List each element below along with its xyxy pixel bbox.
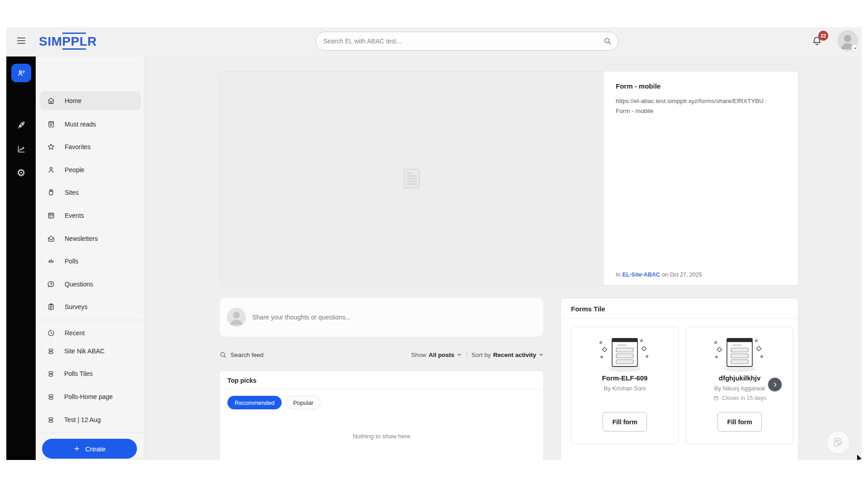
sidebar-divider [36,459,144,459]
sidebar-item-label: Surveys [65,303,88,310]
rail-analytics-icon[interactable] [6,141,36,157]
search-feed-button[interactable]: Search feed [219,351,264,359]
sort-value: Recent activity [493,352,536,358]
meta-prefix: In [616,272,620,278]
clock-icon [47,328,56,338]
carousel-next-button[interactable] [768,378,782,391]
sidebar-recent-test-12-aug[interactable]: Test | 12 Aug [40,410,141,429]
sidebar-item-sites[interactable]: Sites [40,183,141,202]
plus-icon [73,445,80,452]
sort-filter-dropdown[interactable]: Sort by Recent activity [472,352,544,358]
sidebar-item-home[interactable]: Home [40,91,141,110]
rail-rocket-icon[interactable] [6,117,36,133]
sidebar-item-label: Polls Tiles [64,370,93,377]
form-closes-text: Closes in 15 days [722,395,767,401]
feed-controls: Search feed Show All posts Sort by Recen… [219,349,544,361]
notification-count-badge: 22 [818,31,828,41]
form-name: dfghjukilkhjv [719,374,761,382]
screenshot-root: SIMPPLR 22 [0,0,868,488]
meta-date: on Oct 27, 2025 [662,272,702,278]
form-author: By Nikunj Aggarwal [714,385,765,392]
newsletter-icon [47,234,56,243]
sidebar-item-label: Home [65,97,81,104]
filter-separator [467,351,467,358]
show-value: All posts [429,352,454,358]
form-illustration-icon [591,333,659,373]
sidebar-item-polls[interactable]: Polls [40,252,141,271]
empty-state-text: Nothing to show here [220,433,543,440]
calendar-icon [713,395,719,401]
sidebar-nav: Home Must reads Favorites People Sites E… [36,56,144,460]
forms-tile-card: Forms Tile Form-ELF-609 By Krishan Soni … [561,298,798,460]
sidebar-recent-polls-home-page[interactable]: Polls-Home page [40,387,141,406]
sidebar-item-label: Questions [65,281,93,288]
top-picks-card: Top picks Recommended Popular Nothing to… [219,371,544,460]
sidebar-item-label: Newsletters [65,235,98,242]
site-icon [47,347,55,356]
sort-label: Sort by [472,352,491,358]
show-filter-dropdown[interactable]: Show All posts [411,352,462,358]
sidebar-item-label: Test | 12 Aug [64,416,101,423]
sidebar-item-people[interactable]: People [40,160,141,179]
sites-icon [47,188,56,197]
search-feed-label: Search feed [231,352,264,358]
composer-input[interactable] [252,314,536,321]
form-share-text: https://el-abac.test.simpplr.xyz/forms/s… [616,96,775,116]
question-bubble-icon [47,280,56,289]
sidebar-item-newsletters[interactable]: Newsletters [40,229,141,248]
rail-settings-icon[interactable]: ⚙ [6,165,36,181]
form-title: Form - mobile [616,82,787,90]
site-icon [47,393,55,401]
person-icon [47,165,56,174]
sidebar-recent-site-nik-abac[interactable]: Site Nik ABAC [40,342,141,361]
fill-form-button[interactable]: Fill form [603,412,647,432]
post-composer [219,297,544,337]
sidebar-item-surveys[interactable]: Surveys [40,297,141,316]
customize-dashboard-button[interactable] [826,431,850,454]
sidebar-item-must-reads[interactable]: Must reads [40,115,141,134]
sidebar-item-label: Favorites [65,143,91,150]
sidebar-item-label: Polls [65,258,78,265]
tab-popular[interactable]: Popular [286,396,321,409]
sidebar-item-events[interactable]: Events [40,206,141,225]
top-picks-title: Top picks [220,371,543,389]
fill-form-button[interactable]: Fill form [717,412,762,432]
hamburger-menu-icon[interactable] [17,38,25,45]
calendar-icon [47,211,56,220]
search-icon[interactable] [603,37,612,46]
edit-widgets-icon [832,436,844,448]
form-name: Form-ELF-609 [602,374,648,382]
sidebar-item-recent[interactable]: Recent [40,324,141,343]
tab-recommended[interactable]: Recommended [227,396,282,409]
chevron-down-icon [538,352,544,357]
feed-filters: Show All posts Sort by Recent activity [411,351,544,358]
sidebar-item-label: Must reads [65,121,96,128]
sidebar-recent-polls-tiles[interactable]: Polls Tiles [40,364,141,383]
must-reads-icon [47,120,56,129]
polls-icon [47,257,56,266]
document-placeholder-icon [404,169,420,188]
form-preview-placeholder [220,71,604,285]
site-icon [47,370,55,378]
site-link[interactable]: EL-Site-ABAC [622,272,660,278]
mouse-cursor [856,454,862,460]
sidebar-item-label: Events [65,212,84,219]
top-bar: SIMPPLR 22 [6,27,862,56]
clipboard-icon [47,302,56,311]
rail-people-card-icon[interactable] [11,64,31,82]
form-card: Form-ELF-609 By Krishan Soni Fill form [571,327,679,444]
sidebar-item-label: Sites [65,189,79,196]
sidebar-item-questions[interactable]: Questions [40,275,141,294]
global-search [316,32,618,51]
sidebar-item-label: People [65,166,85,174]
create-button[interactable]: Create [42,439,137,459]
featured-form-card[interactable]: Form - mobile https://el-abac.test.simpp… [219,71,798,286]
logo-overline [62,33,86,34]
simpplr-logo[interactable]: SIMPPLR [39,34,97,49]
site-icon [47,416,55,424]
search-input[interactable] [316,32,618,51]
avatar-chevron-down-icon[interactable] [851,44,859,52]
show-label: Show [411,352,426,358]
form-meta: In EL-Site-ABAC on Oct 27, 2025 [616,272,702,278]
sidebar-item-favorites[interactable]: Favorites [40,137,141,156]
